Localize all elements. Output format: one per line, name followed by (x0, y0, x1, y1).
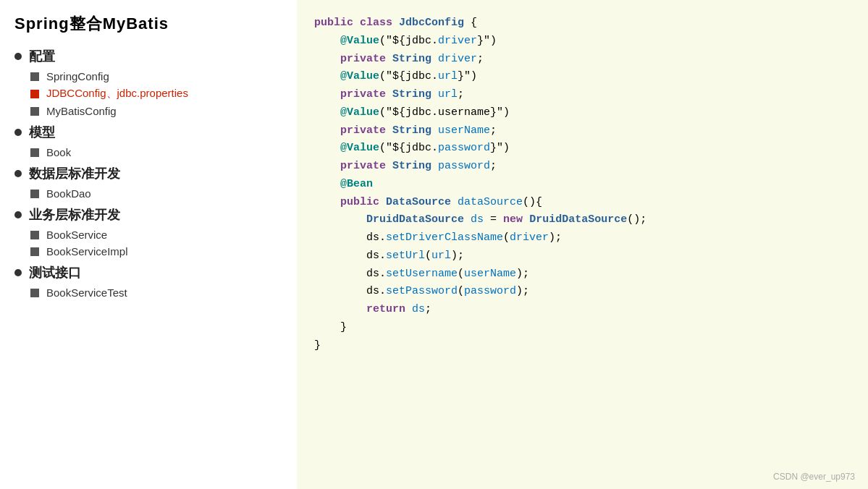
item-label: BookServiceImpl (46, 245, 128, 258)
list-item[interactable]: JDBCConfig、jdbc.properties (25, 85, 282, 103)
code-panel: public class JdbcConfig { @Value("${jdbc… (297, 0, 868, 489)
list-item[interactable]: BookDao (25, 185, 282, 202)
item-label: BookDao (46, 187, 91, 200)
list-item[interactable]: BookServiceImpl (25, 243, 282, 260)
item-label: Book (46, 146, 71, 158)
item-label: BookServiceTest (46, 286, 127, 299)
section: 模型Book (14, 124, 282, 161)
section-header: 配置 (14, 48, 282, 65)
bullet-circle-icon (14, 211, 22, 218)
list-item[interactable]: BookService (25, 226, 282, 243)
item-icon (30, 107, 39, 116)
item-label: SpringConfig (46, 70, 109, 82)
section-label: 配置 (29, 48, 55, 65)
bullet-circle-icon (14, 53, 22, 60)
section: 测试接口BookServiceTest (14, 264, 282, 301)
section-header: 数据层标准开发 (14, 165, 282, 182)
sidebar: Spring整合MyBatis 配置SpringConfigJDBCConfig… (0, 0, 297, 489)
sidebar-title: Spring整合MyBatis (14, 13, 282, 35)
section-items: BookDao (14, 185, 282, 202)
item-icon (30, 289, 39, 297)
section-label: 模型 (29, 124, 55, 141)
item-label: MyBatisConfig (46, 105, 117, 117)
section-header: 业务层标准开发 (14, 206, 282, 224)
item-icon (30, 72, 39, 81)
list-item[interactable]: BookServiceTest (25, 284, 282, 301)
item-icon (30, 148, 39, 157)
bullet-circle-icon (14, 170, 22, 177)
item-icon (30, 231, 39, 239)
section-items: BookServiceBookServiceImpl (14, 226, 282, 260)
item-icon (30, 247, 39, 256)
section-label: 数据层标准开发 (29, 165, 120, 182)
section-header: 测试接口 (14, 264, 282, 281)
section: 配置SpringConfigJDBCConfig、jdbc.properties… (14, 48, 282, 119)
bullet-circle-icon (14, 129, 22, 136)
code-block: public class JdbcConfig { @Value("${jdbc… (314, 14, 851, 354)
section-items: SpringConfigJDBCConfig、jdbc.propertiesMy… (14, 68, 282, 119)
item-icon (30, 190, 39, 198)
section-items: Book (14, 144, 282, 161)
section-header: 模型 (14, 124, 282, 141)
item-icon (30, 90, 39, 98)
list-item[interactable]: Book (25, 144, 282, 161)
section: 业务层标准开发BookServiceBookServiceImpl (14, 206, 282, 260)
section-label: 测试接口 (29, 264, 81, 281)
watermark: CSDN @ever_up973 (773, 472, 855, 482)
section-items: BookServiceTest (14, 284, 282, 301)
bullet-circle-icon (14, 269, 22, 276)
section: 数据层标准开发BookDao (14, 165, 282, 202)
item-label: JDBCConfig、jdbc.properties (46, 87, 188, 101)
list-item[interactable]: SpringConfig (25, 68, 282, 85)
list-item[interactable]: MyBatisConfig (25, 103, 282, 119)
item-label: BookService (46, 229, 107, 241)
section-label: 业务层标准开发 (29, 206, 120, 224)
